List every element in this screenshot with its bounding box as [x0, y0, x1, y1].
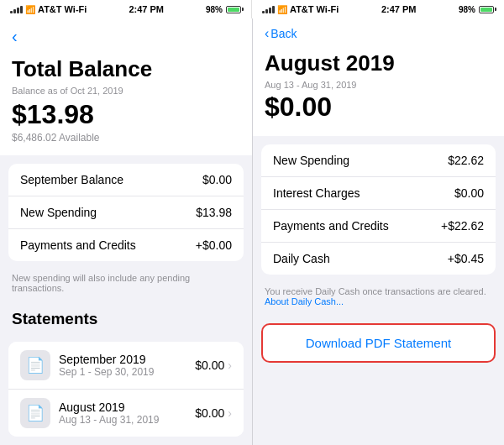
new-spending-label-right: New Spending [273, 154, 349, 167]
interest-charges-label: Interest Charges [273, 186, 360, 200]
september-balance-value: $0.00 [202, 173, 232, 186]
statement-icon-september: 📄 [20, 350, 50, 380]
page-title: Total Balance [12, 56, 240, 82]
about-daily-cash-link[interactable]: About Daily Cash... [265, 296, 344, 306]
interest-charges-row: Interest Charges $0.00 [261, 177, 496, 210]
right-carrier: 📶 AT&T Wi-Fi [262, 4, 339, 14]
left-carrier: 📶 AT&T Wi-Fi [10, 4, 87, 14]
statement-title-august: August 2019 [59, 400, 195, 414]
september-balance-label: September Balance [20, 173, 123, 186]
daily-cash-value: +$0.45 [448, 252, 484, 265]
wifi-icon-right: 📶 [277, 5, 287, 14]
left-nav-area: ‹ [0, 18, 252, 50]
statement-info-august: August 2019 Aug 13 - Aug 31, 2019 [59, 400, 195, 426]
back-chevron-icon-right: ‹ [265, 27, 269, 40]
payments-credits-label: Payments and Credits [20, 238, 136, 252]
payments-credits-label-right: Payments and Credits [273, 219, 389, 233]
signal-icon-right [262, 5, 275, 13]
left-header: Total Balance Balance as of Oct 21, 2019… [0, 50, 252, 155]
pending-note: New spending will also include any pendi… [0, 270, 252, 301]
right-battery-icon [479, 6, 494, 13]
august-breakdown-card: New Spending $22.62 Interest Charges $0.… [261, 144, 496, 275]
new-spending-row: New Spending $13.98 [8, 196, 244, 229]
statement-right-september: $0.00 › [195, 359, 232, 372]
statement-item-september[interactable]: 📄 September 2019 Sep 1 - Sep 30, 2019 $0… [8, 342, 244, 390]
wifi-icon: 📶 [25, 5, 35, 14]
interest-charges-value: $0.00 [454, 186, 484, 200]
carrier-label: AT&T Wi-Fi [38, 4, 87, 14]
payments-credits-value: +$0.00 [196, 238, 232, 252]
new-spending-value-right: $22.62 [448, 154, 484, 167]
left-time: 2:47 PM [129, 4, 164, 14]
payments-credits-row-right: Payments and Credits +$22.62 [261, 210, 496, 243]
balance-amount: $13.98 [12, 99, 240, 130]
statement-sub-september: Sep 1 - Sep 30, 2019 [59, 366, 195, 378]
left-battery: 98% [206, 5, 241, 14]
balance-label: Balance as of Oct 21, 2019 [12, 86, 240, 96]
statement-info-september: September 2019 Sep 1 - Sep 30, 2019 [59, 353, 195, 378]
right-page-title: August 2019 [265, 50, 492, 76]
statement-sub-august: Aug 13 - Aug 31, 2019 [59, 414, 195, 426]
right-header: August 2019 Aug 13 - Aug 31, 2019 $0.00 [253, 44, 504, 136]
available-amount: $6,486.02 Available [12, 132, 240, 144]
september-balance-row: September Balance $0.00 [8, 164, 244, 196]
statement-amount-august: $0.00 [195, 406, 224, 420]
left-panel: ‹ Total Balance Balance as of Oct 21, 20… [0, 18, 252, 445]
statement-right-august: $0.00 › [195, 406, 232, 420]
date-range: Aug 13 - Aug 31, 2019 [265, 80, 492, 90]
statement-amount-september: $0.00 [195, 359, 224, 372]
balance-breakdown-card: September Balance $0.00 New Spending $13… [8, 164, 244, 261]
new-spending-value: $13.98 [196, 206, 232, 219]
back-button[interactable]: ‹ Back [253, 18, 504, 44]
daily-cash-label: Daily Cash [273, 252, 330, 265]
statement-icon-august: 📄 [20, 398, 50, 428]
back-chevron-icon[interactable]: ‹ [12, 27, 18, 46]
right-carrier-label: AT&T Wi-Fi [290, 4, 339, 14]
right-status-bar: 📶 AT&T Wi-Fi 2:47 PM 98% [252, 0, 504, 18]
signal-icon [10, 5, 23, 13]
left-status-bar: 📶 AT&T Wi-Fi 2:47 PM 98% [0, 0, 252, 18]
back-label: Back [270, 27, 297, 40]
daily-cash-note: You receive Daily Cash once transactions… [253, 283, 504, 315]
battery-icon [226, 6, 241, 13]
chevron-right-icon-aug: › [228, 406, 232, 420]
right-panel: ‹ Back August 2019 Aug 13 - Aug 31, 2019… [252, 18, 504, 445]
statement-title-september: September 2019 [59, 353, 195, 366]
payments-credits-row: Payments and Credits +$0.00 [8, 229, 244, 261]
payments-credits-value-right: +$22.62 [441, 219, 484, 233]
new-spending-label: New Spending [20, 206, 97, 219]
right-battery: 98% [459, 5, 494, 14]
download-pdf-button[interactable]: Download PDF Statement [261, 323, 496, 363]
statement-item-august[interactable]: 📄 August 2019 Aug 13 - Aug 31, 2019 $0.0… [8, 390, 244, 437]
statements-title: Statements [0, 301, 252, 333]
statements-card: 📄 September 2019 Sep 1 - Sep 30, 2019 $0… [8, 342, 244, 437]
right-balance-amount: $0.00 [265, 92, 492, 123]
new-spending-row-right: New Spending $22.62 [261, 144, 496, 177]
chevron-right-icon-sep: › [228, 359, 232, 372]
right-time: 2:47 PM [381, 4, 417, 14]
daily-cash-row: Daily Cash +$0.45 [261, 243, 496, 275]
